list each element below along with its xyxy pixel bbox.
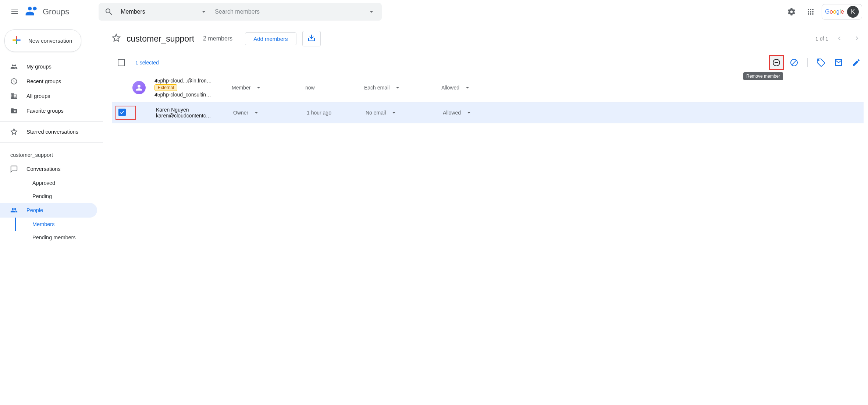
role-dropdown[interactable]: Member xyxy=(232,84,305,91)
download-icon xyxy=(307,34,316,42)
conversations-icon xyxy=(10,165,19,173)
page-title: customer_support xyxy=(127,34,194,44)
subscription-dropdown[interactable]: Each email xyxy=(364,84,441,91)
download-button[interactable] xyxy=(302,31,321,46)
pencil-icon xyxy=(852,58,861,67)
remove-circle-icon xyxy=(772,58,781,67)
email-button[interactable] xyxy=(831,55,846,70)
chevron-left-icon xyxy=(836,35,843,42)
plus-icon xyxy=(11,34,22,47)
row-checkbox[interactable] xyxy=(118,109,126,116)
search-scope-dropdown[interactable]: Members xyxy=(116,8,212,15)
nav-my-groups[interactable]: My groups xyxy=(0,59,97,74)
member-name: 45php-cloud...@in.fron… xyxy=(154,78,232,84)
hamburger-icon xyxy=(10,7,19,16)
remove-member-button[interactable]: Remove member xyxy=(769,55,784,70)
divider xyxy=(807,58,808,67)
folder-star-icon xyxy=(10,107,19,115)
nav-favorite-groups[interactable]: Favorite groups xyxy=(0,103,97,118)
chevron-down-icon xyxy=(465,109,473,116)
domain-icon xyxy=(10,92,19,100)
sidebar: New conversation My groups Recent groups… xyxy=(0,24,103,244)
groups-icon xyxy=(25,4,40,20)
search-box: Members xyxy=(99,3,382,21)
selection-toolbar: 1 selected Remove member xyxy=(112,52,864,73)
search-filter-button[interactable] xyxy=(364,8,379,15)
nav-recent-groups[interactable]: Recent groups xyxy=(0,74,97,89)
pagination-text: 1 of 1 xyxy=(815,36,828,42)
prev-page-button[interactable] xyxy=(833,32,846,46)
people-icon xyxy=(10,207,19,214)
subscription-dropdown[interactable]: No email xyxy=(366,109,443,116)
app-logo[interactable]: Groups xyxy=(25,4,69,20)
star-group-button[interactable] xyxy=(112,34,121,44)
nav-conversations[interactable]: Conversations xyxy=(0,162,97,176)
action-icons: Remove member xyxy=(769,55,864,70)
main-menu-button[interactable] xyxy=(6,3,24,21)
nav-all-groups[interactable]: All groups xyxy=(0,89,97,103)
ban-member-button[interactable] xyxy=(787,55,801,70)
account-avatar: K xyxy=(847,6,859,18)
star-outline-icon xyxy=(112,34,121,42)
member-count: 2 members xyxy=(203,35,232,42)
group-section-header: customer_support xyxy=(0,148,97,162)
chevron-down-icon xyxy=(390,109,398,116)
apps-grid-icon xyxy=(806,7,815,16)
search-icon[interactable] xyxy=(102,7,116,16)
edit-button[interactable] xyxy=(849,55,864,70)
nav-pending-members[interactable]: Pending members xyxy=(0,231,97,244)
star-icon xyxy=(10,128,19,135)
chevron-down-icon xyxy=(368,8,375,15)
block-icon xyxy=(790,58,798,67)
divider xyxy=(0,121,103,122)
label-icon xyxy=(817,58,825,67)
join-date: now xyxy=(305,85,364,91)
chevron-down-icon xyxy=(394,84,401,91)
member-avatar xyxy=(132,81,146,94)
search-input[interactable] xyxy=(212,8,364,15)
select-all-checkbox[interactable] xyxy=(118,59,125,66)
next-page-button[interactable] xyxy=(850,32,864,46)
search-scope-label: Members xyxy=(121,8,145,15)
role-dropdown[interactable]: Owner xyxy=(233,109,307,116)
gear-icon xyxy=(787,7,796,16)
pagination: 1 of 1 xyxy=(815,32,864,46)
join-date: 1 hour ago xyxy=(307,110,366,116)
posting-dropdown[interactable]: Allowed xyxy=(443,109,502,116)
row-checkbox[interactable] xyxy=(118,84,125,91)
member-row[interactable]: Karen Nguyenkaren@cloudcontentc…Owner1 h… xyxy=(112,102,864,123)
app-header: Groups Members Google K xyxy=(0,0,868,24)
label-button[interactable] xyxy=(814,55,828,70)
member-name: Karen Nguyen xyxy=(156,107,233,113)
nav-pending[interactable]: Pending xyxy=(0,190,97,203)
external-badge: External xyxy=(154,84,177,91)
posting-dropdown[interactable]: Allowed xyxy=(441,84,500,91)
member-info: 45php-cloud...@in.fron…External45php-clo… xyxy=(154,78,232,98)
check-icon xyxy=(119,109,125,115)
apps-button[interactable] xyxy=(803,4,819,20)
clock-icon xyxy=(10,78,19,85)
settings-button[interactable] xyxy=(783,4,800,20)
member-info: Karen Nguyenkaren@cloudcontentc… xyxy=(156,107,233,119)
chevron-right-icon xyxy=(853,35,861,42)
chevron-down-icon xyxy=(255,84,262,91)
member-email: 45php-cloud_consultin… xyxy=(154,92,232,98)
chevron-down-icon xyxy=(200,8,207,15)
google-logo: Google xyxy=(825,8,844,15)
nav-approved[interactable]: Approved xyxy=(0,176,97,190)
new-conversation-label: New conversation xyxy=(28,38,72,44)
mail-icon xyxy=(834,58,843,67)
member-email: karen@cloudcontentc… xyxy=(156,113,233,119)
app-name: Groups xyxy=(43,7,69,17)
new-conversation-button[interactable]: New conversation xyxy=(4,29,81,52)
chevron-down-icon xyxy=(464,84,471,91)
header-right: Google K xyxy=(783,4,862,20)
content-area: customer_support 2 members Add members 1… xyxy=(103,24,868,244)
nav-people[interactable]: People xyxy=(0,203,97,218)
add-members-button[interactable]: Add members xyxy=(245,32,296,45)
remove-member-tooltip: Remove member xyxy=(743,72,783,80)
account-box[interactable]: Google K xyxy=(822,4,862,20)
nav-members[interactable]: Members xyxy=(0,218,97,231)
nav-starred[interactable]: Starred conversations xyxy=(0,124,97,139)
divider xyxy=(0,142,103,142)
